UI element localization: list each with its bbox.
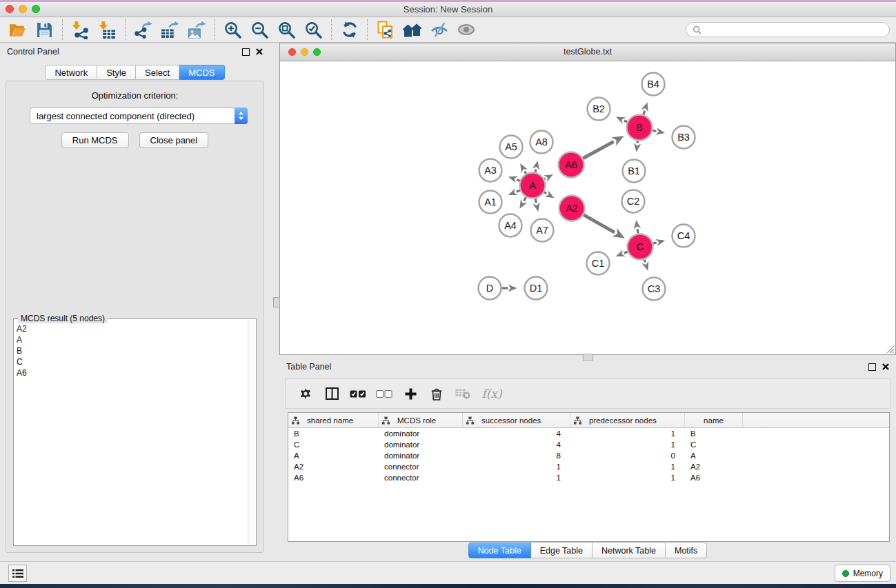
- graph-edge-A-A4[interactable]: [524, 197, 526, 201]
- table-row[interactable]: A6connector11A6: [288, 472, 889, 483]
- table-cell[interactable]: C: [685, 439, 743, 450]
- tab-network-table[interactable]: Network Table: [593, 543, 666, 558]
- delete-columns-button[interactable]: [426, 383, 447, 405]
- graph-edge-A-A7[interactable]: [535, 199, 536, 203]
- table-cell[interactable]: 1: [463, 472, 570, 483]
- import-table-button[interactable]: [94, 19, 121, 41]
- hide-selected-button[interactable]: [426, 19, 452, 41]
- table-cell[interactable]: 1: [570, 472, 685, 483]
- create-column-button[interactable]: [400, 383, 421, 405]
- table-cell[interactable]: dominator: [379, 428, 463, 439]
- graph-edge-C-C3[interactable]: [644, 260, 645, 263]
- graph-edge-A-A2[interactable]: [544, 192, 546, 194]
- mcds-result-item[interactable]: A: [17, 334, 248, 345]
- splitter-handle-vertical[interactable]: [273, 297, 280, 307]
- table-cell[interactable]: connector: [379, 472, 463, 483]
- export-image-button[interactable]: [183, 19, 210, 41]
- graph-edge-B-B3[interactable]: [653, 130, 656, 131]
- select-all-button[interactable]: [348, 383, 368, 405]
- table-cell[interactable]: 0: [570, 450, 685, 461]
- zoom-fit-button[interactable]: [273, 19, 300, 41]
- memory-button[interactable]: Memory: [835, 565, 890, 582]
- network-window-titlebar[interactable]: testGlobe.txt: [280, 43, 895, 61]
- table-cell[interactable]: 8: [463, 450, 570, 461]
- close-panel-button[interactable]: Close panel: [139, 132, 209, 148]
- first-neighbors-button[interactable]: [399, 19, 426, 41]
- import-network-button[interactable]: [67, 19, 94, 41]
- tab-style[interactable]: Style: [97, 65, 136, 80]
- table-cell[interactable]: 4: [463, 428, 570, 439]
- criterion-dropdown[interactable]: largest connected component (directed): [30, 108, 248, 124]
- column-header-predecessor-nodes[interactable]: predecessor nodes: [570, 413, 685, 427]
- graph-edge-C-C2[interactable]: [637, 229, 638, 234]
- table-cell[interactable]: B: [685, 428, 743, 439]
- zoom-selected-button[interactable]: [300, 19, 327, 41]
- graph-edge-A-A1[interactable]: [517, 190, 520, 192]
- table-cell[interactable]: dominator: [379, 439, 463, 450]
- table-cell[interactable]: A: [685, 450, 743, 461]
- mcds-list-scrollbar[interactable]: [248, 320, 255, 545]
- float-panel-icon[interactable]: [242, 48, 250, 56]
- close-panel-icon[interactable]: [882, 363, 889, 370]
- tab-edge-table[interactable]: Edge Table: [531, 543, 593, 558]
- table-cell[interactable]: 1: [570, 461, 685, 472]
- table-mode-gear-button[interactable]: [295, 383, 316, 405]
- run-mcds-button[interactable]: Run MCDS: [61, 132, 129, 148]
- search-input[interactable]: [705, 24, 889, 35]
- table-row[interactable]: A2connector11A2: [288, 461, 889, 472]
- table-cell[interactable]: 4: [463, 439, 570, 450]
- table-row[interactable]: Bdominator41B: [288, 428, 889, 439]
- table-cell[interactable]: A6: [685, 472, 743, 483]
- export-table-button[interactable]: [157, 19, 183, 41]
- show-columns-button[interactable]: [321, 383, 342, 405]
- tab-mcds[interactable]: MCDS: [179, 65, 224, 80]
- resize-grip-icon[interactable]: [886, 345, 895, 354]
- table-row[interactable]: Adominator80A: [288, 450, 889, 461]
- mcds-result-item[interactable]: B: [17, 345, 248, 356]
- show-panels-list-button[interactable]: [8, 565, 27, 582]
- tab-select[interactable]: Select: [136, 65, 179, 80]
- table-cell[interactable]: C: [288, 439, 379, 450]
- new-network-from-selection-button[interactable]: [372, 19, 399, 41]
- zoom-in-button[interactable]: [219, 19, 246, 41]
- export-network-button[interactable]: [130, 19, 157, 41]
- table-cell[interactable]: B: [288, 428, 379, 439]
- mcds-result-list[interactable]: A2ABCA6: [17, 323, 248, 544]
- tab-node-table[interactable]: Node Table: [468, 543, 531, 558]
- graph-edge-A2-C[interactable]: [584, 215, 615, 233]
- save-session-button[interactable]: [31, 19, 58, 41]
- table-row[interactable]: Cdominator41C: [288, 439, 889, 450]
- table-cell[interactable]: 1: [570, 428, 685, 439]
- table-cell[interactable]: connector: [379, 461, 463, 472]
- open-session-button[interactable]: [4, 19, 31, 41]
- graph-edge-A-A8[interactable]: [535, 170, 536, 172]
- network-canvas[interactable]: B4B2BB3A8A5A6A3B1AC2A1A2A4A7C4CC1DD1C3: [280, 61, 895, 354]
- close-panel-icon[interactable]: [256, 48, 263, 55]
- graph-edge-C-C4[interactable]: [653, 243, 657, 243]
- deselect-all-button[interactable]: [374, 383, 395, 405]
- mcds-result-item[interactable]: A2: [17, 323, 248, 334]
- table-cell[interactable]: 1: [463, 461, 570, 472]
- graph-edge-B-B2[interactable]: [624, 121, 628, 122]
- float-panel-icon[interactable]: [868, 363, 876, 371]
- graph-edge-A6-B[interactable]: [583, 141, 614, 158]
- graph-edge-A-A5[interactable]: [525, 171, 526, 174]
- table-cell[interactable]: 1: [570, 439, 685, 450]
- zoom-out-button[interactable]: [246, 19, 273, 41]
- graph-edge-C-C1[interactable]: [624, 252, 628, 253]
- table-cell[interactable]: A6: [288, 472, 379, 483]
- column-header-successor-nodes[interactable]: successor nodes: [463, 413, 570, 427]
- tab-motifs[interactable]: Motifs: [666, 543, 707, 558]
- column-header-shared-name[interactable]: shared name: [288, 413, 379, 427]
- tab-network[interactable]: Network: [45, 65, 97, 80]
- show-all-button[interactable]: [452, 19, 479, 41]
- mcds-result-item[interactable]: A6: [17, 367, 248, 378]
- column-header-name[interactable]: name: [685, 413, 743, 427]
- graph-edge-B-B4[interactable]: [644, 111, 645, 115]
- mcds-result-item[interactable]: C: [17, 356, 248, 367]
- graph-edge-A-A6[interactable]: [544, 179, 545, 179]
- table-cell[interactable]: A: [288, 450, 379, 461]
- table-cell[interactable]: A2: [685, 461, 743, 472]
- apply-layout-button[interactable]: [336, 19, 363, 41]
- table-cell[interactable]: A2: [288, 461, 379, 472]
